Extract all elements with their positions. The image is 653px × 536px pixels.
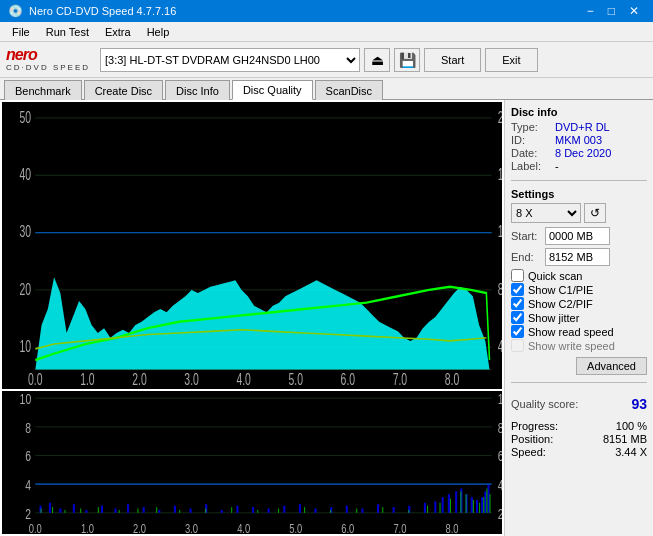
svg-rect-98 [156,507,157,513]
logo-sub: CD·DVD SPEED [6,63,90,72]
quick-scan-checkbox[interactable] [511,269,524,282]
svg-text:7.0: 7.0 [393,371,407,388]
svg-rect-90 [487,484,489,513]
svg-text:3.0: 3.0 [184,371,198,388]
svg-rect-74 [346,505,348,512]
svg-rect-103 [278,508,279,512]
refresh-button[interactable]: ↺ [584,203,606,223]
svg-rect-62 [158,510,160,513]
end-mb-label: End: [511,251,541,263]
svg-text:8.0: 8.0 [445,521,458,534]
svg-text:6.0: 6.0 [341,521,354,534]
speed-row: 8 X ↺ [511,203,647,223]
svg-rect-116 [483,497,484,513]
show-read-speed-label[interactable]: Show read speed [528,326,614,338]
divider-1 [511,180,647,181]
svg-rect-63 [174,505,176,512]
tab-create-disc[interactable]: Create Disc [84,80,163,100]
tab-benchmark[interactable]: Benchmark [4,80,82,100]
position-label: Position: [511,433,553,445]
menu-extra[interactable]: Extra [97,24,139,40]
svg-text:5.0: 5.0 [289,521,302,534]
show-c1-row: Show C1/PIE [511,283,647,296]
toolbar: nero CD·DVD SPEED [3:3] HL-DT-ST DVDRAM … [0,42,653,78]
show-read-speed-checkbox[interactable] [511,325,524,338]
disc-label-row: Label: - [511,160,647,172]
speed-select[interactable]: 8 X [511,203,581,223]
svg-rect-107 [382,507,383,513]
disc-id-row: ID: MKM 003 [511,134,647,146]
show-jitter-label[interactable]: Show jitter [528,312,579,324]
svg-text:6: 6 [498,448,502,464]
disc-date-row: Date: 8 Dec 2020 [511,147,647,159]
svg-rect-117 [486,488,487,512]
svg-rect-112 [460,491,461,512]
minimize-button[interactable]: − [581,2,600,20]
eject-button[interactable]: ⏏ [364,48,390,72]
svg-rect-56 [73,504,75,513]
exit-button[interactable]: Exit [485,48,537,72]
settings-section: Settings 8 X ↺ Start: End: Quick scan Sh… [511,188,647,375]
tab-scan-disc[interactable]: ScanDisc [315,80,383,100]
svg-text:4.0: 4.0 [237,521,250,534]
tab-disc-info[interactable]: Disc Info [165,80,230,100]
progress-value: 100 % [616,420,647,432]
speed-row-2: Speed: 3.44 X [511,446,647,458]
svg-rect-86 [471,497,473,513]
menu-run-test[interactable]: Run Test [38,24,97,40]
show-c1-label[interactable]: Show C1/PIE [528,284,593,296]
svg-text:8.0: 8.0 [445,371,459,388]
svg-rect-72 [315,508,317,512]
menu-file[interactable]: File [4,24,38,40]
svg-rect-71 [299,504,301,513]
svg-rect-69 [268,508,270,512]
show-c2-label[interactable]: Show C2/PIF [528,298,593,310]
svg-rect-92 [52,507,53,513]
lower-chart-svg: 10 8 6 4 2 10 8 6 4 2 0.0 1.0 2.0 3.0 4.… [2,391,502,534]
svg-rect-104 [304,507,305,513]
position-row: Position: 8151 MB [511,433,647,445]
svg-rect-89 [484,491,486,512]
svg-rect-87 [476,500,478,513]
start-mb-label: Start: [511,230,541,242]
svg-rect-106 [356,508,357,512]
svg-rect-114 [473,500,474,513]
svg-text:20: 20 [20,281,32,299]
tab-disc-quality[interactable]: Disc Quality [232,80,313,100]
svg-text:20: 20 [498,109,502,127]
svg-rect-118 [490,494,491,513]
svg-text:6.0: 6.0 [341,371,355,388]
show-c2-checkbox[interactable] [511,297,524,310]
progress-label: Progress: [511,420,558,432]
title-bar: 💿 Nero CD-DVD Speed 4.7.7.16 − □ ✕ [0,0,653,22]
svg-rect-113 [466,494,467,513]
progress-row: Progress: 100 % [511,420,647,432]
drive-select[interactable]: [3:3] HL-DT-ST DVDRAM GH24NSD0 LH00 [100,48,360,72]
svg-text:3.0: 3.0 [185,521,198,534]
start-mb-row: Start: [511,227,647,245]
quick-scan-label[interactable]: Quick scan [528,270,582,282]
svg-rect-109 [427,505,428,512]
end-mb-input[interactable] [545,248,610,266]
close-button[interactable]: ✕ [623,2,645,20]
svg-rect-91 [41,508,42,512]
chart-area: 50 40 30 20 10 20 16 12 8 4 0.0 1.0 2.0 … [0,100,505,536]
save-button[interactable]: 💾 [394,48,420,72]
menu-help[interactable]: Help [139,24,178,40]
svg-text:40: 40 [20,166,32,184]
show-write-speed-row: Show write speed [511,339,647,352]
maximize-button[interactable]: □ [602,2,621,20]
lower-chart: 10 8 6 4 2 10 8 6 4 2 0.0 1.0 2.0 3.0 4.… [2,391,502,534]
disc-info-section: Disc info Type: DVD+R DL ID: MKM 003 Dat… [511,106,647,173]
svg-rect-81 [442,497,444,513]
advanced-button[interactable]: Advanced [576,357,647,375]
start-mb-input[interactable] [545,227,610,245]
start-button[interactable]: Start [424,48,481,72]
divider-2 [511,382,647,383]
svg-rect-76 [377,504,379,513]
svg-rect-68 [252,507,254,513]
logo-area: nero CD·DVD SPEED [6,47,90,72]
disc-date-value: 8 Dec 2020 [555,147,611,159]
show-c1-checkbox[interactable] [511,283,524,296]
show-jitter-checkbox[interactable] [511,311,524,324]
